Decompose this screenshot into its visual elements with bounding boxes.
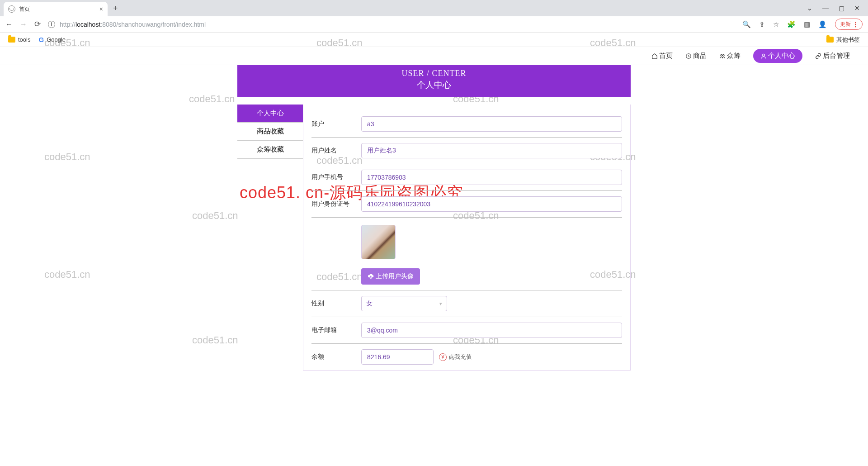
row-account: 账户 <box>311 111 622 138</box>
forward-icon[interactable]: → <box>20 20 27 29</box>
row-idcard: 用户身份证号 <box>311 191 622 218</box>
close-icon[interactable]: × <box>99 5 103 13</box>
google-icon: G <box>38 36 44 43</box>
input-balance[interactable] <box>361 349 434 365</box>
tab-title: 首页 <box>19 5 30 13</box>
url-host: localhost <box>75 21 100 28</box>
minimize-icon[interactable]: — <box>822 5 829 12</box>
group-icon <box>719 53 726 59</box>
profile-icon[interactable]: 👤 <box>818 20 827 29</box>
share-icon[interactable]: ⇪ <box>759 20 765 29</box>
row-avatar: 上传用户头像 <box>311 218 622 290</box>
upload-avatar-button[interactable]: 上传用户头像 <box>361 268 420 285</box>
svg-point-3 <box>763 54 765 56</box>
nav-admin[interactable]: 后台管理 <box>815 52 850 60</box>
watermark: code51.cn <box>44 151 90 163</box>
cloud-upload-icon <box>368 273 374 280</box>
bookmark-star-icon[interactable]: ☆ <box>773 20 779 29</box>
label-balance: 余额 <box>311 353 361 361</box>
globe-icon <box>8 5 15 13</box>
nav-user-center[interactable]: 个人中心 <box>753 49 802 63</box>
url-path: :8080/shanchouwang/front/index.html <box>100 21 206 28</box>
address-bar-row: ← → ⟳ i http:// localhost :8080/shanchou… <box>0 16 868 33</box>
nav-crowd[interactable]: 众筹 <box>719 52 741 60</box>
folder-icon <box>826 37 834 43</box>
nav-home[interactable]: 首页 <box>651 52 673 60</box>
chevron-down-icon: ▾ <box>439 301 442 307</box>
hero-banner: USER / CENTER 个人中心 <box>237 65 631 97</box>
watermark: code51.cn <box>192 210 238 222</box>
main-container: USER / CENTER 个人中心 个人中心 商品收藏 众筹收藏 账户 用户姓… <box>237 65 631 371</box>
toolbar-icons: 🔍 ⇪ ☆ 🧩 ▥ 👤 更新⋮ <box>742 19 863 30</box>
window-controls: ⌄ — ▢ ✕ <box>807 5 868 12</box>
update-button[interactable]: 更新⋮ <box>835 19 863 30</box>
label-phone: 用户手机号 <box>311 173 361 181</box>
bookmark-google[interactable]: GGoogle <box>38 36 66 43</box>
yen-icon: ¥ <box>439 353 447 361</box>
input-email[interactable] <box>361 323 622 338</box>
hero-subtitle: USER / CENTER <box>237 69 631 78</box>
label-account: 账户 <box>311 120 361 128</box>
bookmark-other[interactable]: 其他书签 <box>826 36 860 44</box>
back-icon[interactable]: ← <box>5 20 13 29</box>
bookmark-tools[interactable]: tools <box>8 36 30 43</box>
label-email: 电子邮箱 <box>311 326 361 334</box>
form-panel: 账户 用户姓名 用户手机号 用户身份证号 <box>303 105 631 371</box>
label-idcard: 用户身份证号 <box>311 200 361 208</box>
input-phone[interactable] <box>361 170 622 185</box>
svg-point-2 <box>723 54 725 56</box>
watermark: code51.cn <box>192 334 238 346</box>
site-top-nav: 首页 商品 众筹 个人中心 后台管理 <box>0 47 868 65</box>
label-gender: 性别 <box>311 300 361 308</box>
row-balance: 余额 ¥ 点我充值 <box>311 344 622 370</box>
address-bar[interactable]: i http:// localhost :8080/shanchouwang/f… <box>48 21 735 28</box>
menu-user-center[interactable]: 个人中心 <box>237 105 303 123</box>
reload-icon[interactable]: ⟳ <box>34 19 41 29</box>
svg-point-1 <box>721 54 722 56</box>
side-menu: 个人中心 商品收藏 众筹收藏 <box>237 105 303 371</box>
watermark: code51.cn <box>189 93 235 105</box>
input-idcard[interactable] <box>361 196 622 212</box>
new-tab-button[interactable]: + <box>113 4 118 13</box>
url-scheme: http:// <box>60 21 75 28</box>
row-phone: 用户手机号 <box>311 164 622 191</box>
row-gender: 性别 女 ▾ <box>311 290 622 317</box>
input-account[interactable] <box>361 116 622 132</box>
side-panel-icon[interactable]: ▥ <box>804 20 810 29</box>
maximize-icon[interactable]: ▢ <box>839 5 844 12</box>
row-name: 用户姓名 <box>311 138 622 164</box>
label-name: 用户姓名 <box>311 147 361 155</box>
watermark: code51.cn <box>44 269 90 281</box>
select-gender[interactable]: 女 ▾ <box>361 296 447 311</box>
folder-icon <box>8 37 15 43</box>
menu-goods-fav[interactable]: 商品收藏 <box>237 123 303 141</box>
link-icon <box>815 53 821 59</box>
nav-goods[interactable]: 商品 <box>685 52 707 60</box>
browser-tab[interactable]: 首页 × <box>4 2 108 16</box>
input-name[interactable] <box>361 143 622 158</box>
chevron-down-icon[interactable]: ⌄ <box>807 5 812 12</box>
close-window-icon[interactable]: ✕ <box>854 5 860 12</box>
row-email: 电子邮箱 <box>311 317 622 344</box>
extensions-icon[interactable]: 🧩 <box>787 20 796 29</box>
hero-title: 个人中心 <box>237 79 631 91</box>
clock-icon <box>685 53 692 59</box>
menu-crowd-fav[interactable]: 众筹收藏 <box>237 141 303 159</box>
user-icon <box>760 53 767 59</box>
bookmarks-bar: tools GGoogle 其他书签 <box>0 33 868 47</box>
recharge-link[interactable]: ¥ 点我充值 <box>439 353 472 361</box>
page-content: code51.cn code51.cn code51.cn code51.cn … <box>0 65 868 371</box>
info-icon[interactable]: i <box>48 21 55 28</box>
home-icon <box>651 53 658 59</box>
avatar-image <box>361 225 396 259</box>
zoom-icon[interactable]: 🔍 <box>742 20 751 29</box>
tab-strip: 首页 × + ⌄ — ▢ ✕ <box>0 0 868 16</box>
